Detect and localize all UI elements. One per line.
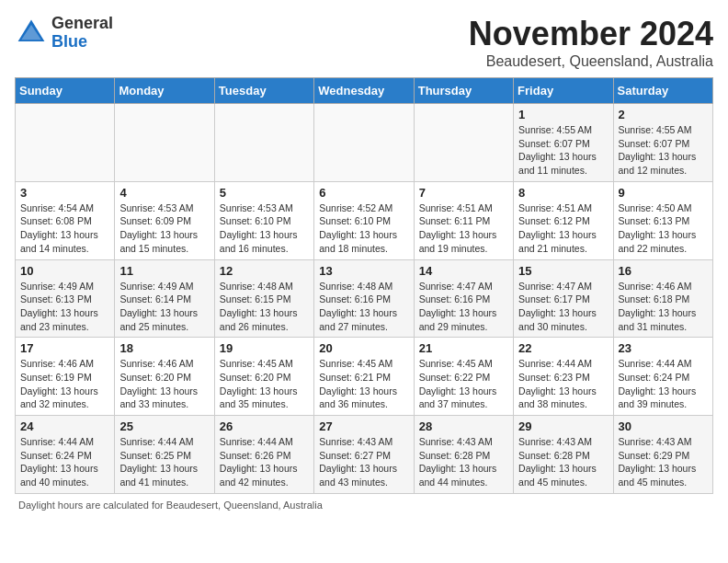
day-number: 13 bbox=[319, 264, 408, 278]
calendar-header-wednesday: Wednesday bbox=[314, 78, 414, 104]
day-number: 23 bbox=[619, 341, 708, 355]
calendar-week-row: 10Sunrise: 4:49 AM Sunset: 6:13 PM Dayli… bbox=[16, 259, 713, 338]
day-number: 8 bbox=[518, 186, 608, 200]
calendar-cell: 5Sunrise: 4:53 AM Sunset: 6:10 PM Daylig… bbox=[214, 181, 313, 259]
day-number: 30 bbox=[619, 419, 708, 433]
day-info: Sunrise: 4:45 AM Sunset: 6:20 PM Dayligh… bbox=[220, 357, 309, 411]
day-info: Sunrise: 4:55 AM Sunset: 6:07 PM Dayligh… bbox=[619, 123, 708, 178]
calendar-cell: 3Sunrise: 4:54 AM Sunset: 6:08 PM Daylig… bbox=[16, 181, 115, 259]
day-info: Sunrise: 4:52 AM Sunset: 6:10 PM Dayligh… bbox=[319, 201, 408, 256]
calendar-cell: 29Sunrise: 4:43 AM Sunset: 6:28 PM Dayli… bbox=[514, 416, 613, 494]
month-title: November 2024 bbox=[469, 15, 713, 53]
calendar-table: SundayMondayTuesdayWednesdayThursdayFrid… bbox=[15, 77, 713, 494]
day-info: Sunrise: 4:43 AM Sunset: 6:27 PM Dayligh… bbox=[319, 435, 408, 489]
calendar-cell bbox=[314, 104, 414, 182]
calendar-cell: 18Sunrise: 4:46 AM Sunset: 6:20 PM Dayli… bbox=[115, 338, 214, 416]
logo-general: General bbox=[51, 14, 113, 32]
day-number: 18 bbox=[119, 341, 209, 355]
calendar-week-row: 24Sunrise: 4:44 AM Sunset: 6:24 PM Dayli… bbox=[16, 416, 713, 494]
calendar-cell: 17Sunrise: 4:46 AM Sunset: 6:19 PM Dayli… bbox=[16, 338, 115, 416]
calendar-week-row: 1Sunrise: 4:55 AM Sunset: 6:07 PM Daylig… bbox=[16, 104, 713, 182]
day-number: 9 bbox=[619, 186, 708, 200]
calendar-header-monday: Monday bbox=[115, 78, 214, 104]
calendar-cell: 23Sunrise: 4:44 AM Sunset: 6:24 PM Dayli… bbox=[613, 338, 712, 416]
day-info: Sunrise: 4:44 AM Sunset: 6:25 PM Dayligh… bbox=[119, 435, 209, 489]
day-info: Sunrise: 4:43 AM Sunset: 6:28 PM Dayligh… bbox=[518, 435, 608, 489]
calendar-header-tuesday: Tuesday bbox=[214, 78, 313, 104]
day-number: 29 bbox=[518, 419, 608, 433]
day-number: 25 bbox=[119, 419, 209, 433]
calendar-cell: 8Sunrise: 4:51 AM Sunset: 6:12 PM Daylig… bbox=[514, 181, 613, 259]
day-number: 5 bbox=[220, 186, 309, 200]
day-info: Sunrise: 4:46 AM Sunset: 6:18 PM Dayligh… bbox=[619, 280, 708, 334]
calendar-cell: 22Sunrise: 4:44 AM Sunset: 6:23 PM Dayli… bbox=[514, 338, 613, 416]
logo-blue: Blue bbox=[51, 32, 87, 51]
day-info: Sunrise: 4:50 AM Sunset: 6:13 PM Dayligh… bbox=[619, 201, 708, 256]
day-number: 1 bbox=[518, 108, 608, 121]
day-info: Sunrise: 4:43 AM Sunset: 6:29 PM Dayligh… bbox=[619, 435, 708, 489]
day-info: Sunrise: 4:55 AM Sunset: 6:07 PM Dayligh… bbox=[518, 123, 608, 178]
location: Beaudesert, Queensland, Australia bbox=[469, 53, 713, 70]
calendar-cell: 4Sunrise: 4:53 AM Sunset: 6:09 PM Daylig… bbox=[115, 181, 214, 259]
calendar-cell: 11Sunrise: 4:49 AM Sunset: 6:14 PM Dayli… bbox=[115, 259, 214, 338]
day-info: Sunrise: 4:44 AM Sunset: 6:26 PM Dayligh… bbox=[220, 435, 309, 489]
calendar-cell: 24Sunrise: 4:44 AM Sunset: 6:24 PM Dayli… bbox=[16, 416, 115, 494]
day-info: Sunrise: 4:53 AM Sunset: 6:09 PM Dayligh… bbox=[119, 201, 209, 256]
day-info: Sunrise: 4:43 AM Sunset: 6:28 PM Dayligh… bbox=[419, 435, 508, 489]
calendar-cell: 19Sunrise: 4:45 AM Sunset: 6:20 PM Dayli… bbox=[214, 338, 313, 416]
day-number: 7 bbox=[419, 186, 508, 200]
calendar-cell: 6Sunrise: 4:52 AM Sunset: 6:10 PM Daylig… bbox=[314, 181, 414, 259]
day-number: 4 bbox=[119, 186, 209, 200]
day-info: Sunrise: 4:46 AM Sunset: 6:19 PM Dayligh… bbox=[20, 357, 109, 411]
day-number: 10 bbox=[20, 264, 109, 278]
calendar-cell: 10Sunrise: 4:49 AM Sunset: 6:13 PM Dayli… bbox=[16, 259, 115, 338]
calendar-cell: 30Sunrise: 4:43 AM Sunset: 6:29 PM Dayli… bbox=[613, 416, 712, 494]
calendar-header-friday: Friday bbox=[514, 78, 613, 104]
calendar-cell: 2Sunrise: 4:55 AM Sunset: 6:07 PM Daylig… bbox=[613, 104, 712, 182]
day-number: 2 bbox=[619, 108, 708, 121]
day-number: 28 bbox=[419, 419, 508, 433]
calendar-cell bbox=[214, 104, 313, 182]
calendar-cell: 15Sunrise: 4:47 AM Sunset: 6:17 PM Dayli… bbox=[514, 259, 613, 338]
calendar-header-thursday: Thursday bbox=[414, 78, 513, 104]
day-number: 3 bbox=[20, 186, 109, 200]
day-number: 19 bbox=[220, 341, 309, 355]
logo-icon bbox=[15, 17, 48, 50]
header: General Blue November 2024 Beaudesert, Q… bbox=[15, 15, 713, 70]
day-info: Sunrise: 4:48 AM Sunset: 6:15 PM Dayligh… bbox=[220, 280, 309, 334]
day-number: 11 bbox=[119, 264, 209, 278]
footer-note: Daylight hours are calculated for Beaude… bbox=[15, 500, 713, 511]
calendar-cell: 13Sunrise: 4:48 AM Sunset: 6:16 PM Dayli… bbox=[314, 259, 414, 338]
day-number: 12 bbox=[220, 264, 309, 278]
calendar-cell bbox=[115, 104, 214, 182]
calendar-cell: 26Sunrise: 4:44 AM Sunset: 6:26 PM Dayli… bbox=[214, 416, 313, 494]
calendar-cell: 20Sunrise: 4:45 AM Sunset: 6:21 PM Dayli… bbox=[314, 338, 414, 416]
day-number: 17 bbox=[20, 341, 109, 355]
calendar-cell: 25Sunrise: 4:44 AM Sunset: 6:25 PM Dayli… bbox=[115, 416, 214, 494]
day-info: Sunrise: 4:47 AM Sunset: 6:16 PM Dayligh… bbox=[419, 280, 508, 334]
logo: General Blue bbox=[15, 15, 113, 52]
day-info: Sunrise: 4:49 AM Sunset: 6:14 PM Dayligh… bbox=[119, 280, 209, 334]
day-number: 6 bbox=[319, 186, 408, 200]
day-number: 21 bbox=[419, 341, 508, 355]
day-number: 14 bbox=[419, 264, 508, 278]
calendar-cell: 7Sunrise: 4:51 AM Sunset: 6:11 PM Daylig… bbox=[414, 181, 513, 259]
calendar-cell bbox=[414, 104, 513, 182]
calendar-header-sunday: Sunday bbox=[16, 78, 115, 104]
day-info: Sunrise: 4:45 AM Sunset: 6:21 PM Dayligh… bbox=[319, 357, 408, 411]
day-info: Sunrise: 4:51 AM Sunset: 6:11 PM Dayligh… bbox=[419, 201, 508, 256]
calendar-cell: 12Sunrise: 4:48 AM Sunset: 6:15 PM Dayli… bbox=[214, 259, 313, 338]
day-info: Sunrise: 4:45 AM Sunset: 6:22 PM Dayligh… bbox=[419, 357, 508, 411]
calendar-cell: 27Sunrise: 4:43 AM Sunset: 6:27 PM Dayli… bbox=[314, 416, 414, 494]
day-info: Sunrise: 4:48 AM Sunset: 6:16 PM Dayligh… bbox=[319, 280, 408, 334]
day-number: 24 bbox=[20, 419, 109, 433]
calendar-cell bbox=[16, 104, 115, 182]
calendar-cell: 28Sunrise: 4:43 AM Sunset: 6:28 PM Dayli… bbox=[414, 416, 513, 494]
day-info: Sunrise: 4:44 AM Sunset: 6:24 PM Dayligh… bbox=[20, 435, 109, 489]
day-info: Sunrise: 4:44 AM Sunset: 6:23 PM Dayligh… bbox=[518, 357, 608, 411]
calendar-header-saturday: Saturday bbox=[613, 78, 712, 104]
calendar-week-row: 17Sunrise: 4:46 AM Sunset: 6:19 PM Dayli… bbox=[16, 338, 713, 416]
day-number: 27 bbox=[319, 419, 408, 433]
calendar-header-row: SundayMondayTuesdayWednesdayThursdayFrid… bbox=[16, 78, 713, 104]
day-info: Sunrise: 4:51 AM Sunset: 6:12 PM Dayligh… bbox=[518, 201, 608, 256]
